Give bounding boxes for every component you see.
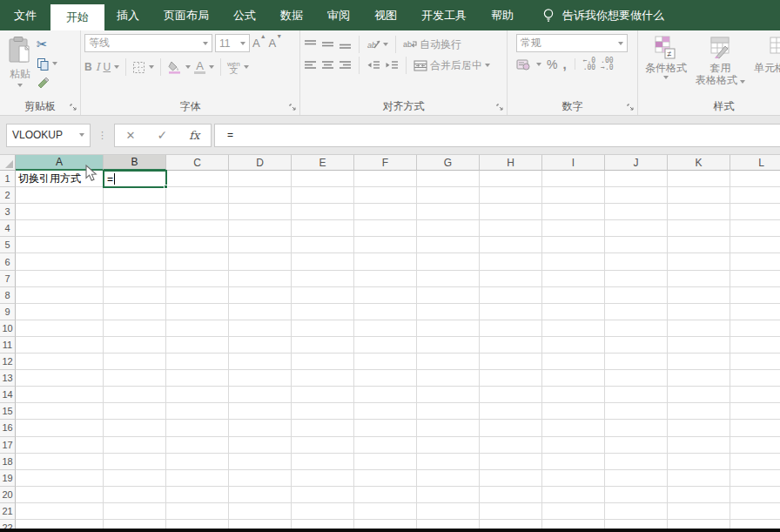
cell-K14[interactable] <box>668 387 730 403</box>
cell-I13[interactable] <box>542 370 605 387</box>
cell-K18[interactable] <box>668 454 730 470</box>
cell-L8[interactable] <box>730 287 780 304</box>
row-header-7[interactable]: 7 <box>0 271 16 287</box>
cell-J8[interactable] <box>605 287 668 304</box>
cell-A9[interactable] <box>16 304 104 320</box>
cell-D3[interactable] <box>229 204 292 220</box>
cell-G19[interactable] <box>417 470 480 487</box>
cell-G4[interactable] <box>417 220 480 237</box>
tab-data[interactable]: 数据 <box>268 0 315 30</box>
cell-L14[interactable] <box>730 387 780 403</box>
decrease-decimal-button[interactable]: .00→.0 <box>601 57 613 71</box>
cell-A14[interactable] <box>16 387 104 403</box>
cell-F9[interactable] <box>354 304 417 320</box>
cell-H8[interactable] <box>480 287 542 304</box>
row-header-22[interactable]: 22 <box>0 520 16 529</box>
cell-F16[interactable] <box>354 420 417 436</box>
tab-file[interactable]: 文件 <box>0 0 50 30</box>
cell-I15[interactable] <box>542 403 605 420</box>
cell-H3[interactable] <box>480 204 542 220</box>
column-header-K[interactable]: K <box>668 155 730 171</box>
row-header-11[interactable]: 11 <box>0 337 16 354</box>
cell-D6[interactable] <box>229 253 292 270</box>
merge-center-button[interactable]: 合并后居中 <box>414 58 490 73</box>
cell-E8[interactable] <box>292 287 354 304</box>
cell-A10[interactable] <box>16 320 104 337</box>
cell-D9[interactable] <box>229 304 292 320</box>
merge-dropdown-icon[interactable] <box>485 64 490 67</box>
cell-F21[interactable] <box>354 503 417 520</box>
column-header-D[interactable]: D <box>229 155 292 171</box>
cell-E19[interactable] <box>292 470 354 487</box>
insert-function-button[interactable]: fx <box>189 129 199 142</box>
cell-C10[interactable] <box>166 320 229 337</box>
cell-L4[interactable] <box>730 220 780 237</box>
formula-input[interactable]: = <box>214 124 780 147</box>
fill-color-button[interactable] <box>167 60 182 74</box>
cell-G14[interactable] <box>417 387 480 403</box>
cell-C14[interactable] <box>166 387 229 403</box>
cell-L18[interactable] <box>730 454 780 470</box>
copy-button[interactable] <box>37 56 57 71</box>
cell-E5[interactable] <box>292 237 354 253</box>
cell-H14[interactable] <box>480 387 542 403</box>
format-as-table-button[interactable]: 套用 表格格式 <box>696 34 745 98</box>
cell-E14[interactable] <box>292 387 354 403</box>
fill-handle[interactable] <box>164 185 168 189</box>
decrease-indent-button[interactable] <box>366 60 380 71</box>
cell-J20[interactable] <box>605 487 668 503</box>
column-header-H[interactable]: H <box>480 155 542 171</box>
row-header-12[interactable]: 12 <box>0 354 16 370</box>
cell-E16[interactable] <box>292 420 354 436</box>
percent-style-button[interactable]: % <box>547 57 557 71</box>
cell-I4[interactable] <box>542 220 605 237</box>
cell-I6[interactable] <box>542 253 605 270</box>
cell-B3[interactable] <box>104 204 166 220</box>
cell-C16[interactable] <box>166 420 229 436</box>
cell-A3[interactable] <box>16 204 104 220</box>
cell-E6[interactable] <box>292 253 354 270</box>
column-header-L[interactable]: L <box>730 155 780 171</box>
cell-J6[interactable] <box>605 253 668 270</box>
row-header-20[interactable]: 20 <box>0 487 16 503</box>
bold-button[interactable]: B <box>84 61 92 73</box>
cell-B12[interactable] <box>104 354 166 370</box>
cell-K8[interactable] <box>668 287 730 304</box>
cell-G7[interactable] <box>417 271 480 287</box>
cell-F14[interactable] <box>354 387 417 403</box>
clipboard-dialog-launcher[interactable] <box>70 104 77 111</box>
accounting-format-button[interactable] <box>516 58 531 71</box>
column-header-J[interactable]: J <box>605 155 668 171</box>
cell-L17[interactable] <box>730 437 780 454</box>
cell-J16[interactable] <box>605 420 668 436</box>
cell-J5[interactable] <box>605 237 668 253</box>
cell-H21[interactable] <box>480 503 542 520</box>
cell-C5[interactable] <box>166 237 229 253</box>
cell-I16[interactable] <box>542 420 605 436</box>
cell-E11[interactable] <box>292 337 354 354</box>
row-header-15[interactable]: 15 <box>0 403 16 420</box>
cell-E12[interactable] <box>292 354 354 370</box>
cell-K21[interactable] <box>668 503 730 520</box>
cell-G2[interactable] <box>417 187 480 204</box>
cell-H10[interactable] <box>480 320 542 337</box>
cell-A20[interactable] <box>16 487 104 503</box>
row-header-6[interactable]: 6 <box>0 253 16 270</box>
cell-L5[interactable] <box>730 237 780 253</box>
tell-me-box[interactable]: 告诉我你想要做什么 <box>541 0 664 30</box>
tab-developer[interactable]: 开发工具 <box>409 0 479 30</box>
cell-H20[interactable] <box>480 487 542 503</box>
borders-button[interactable] <box>132 61 145 74</box>
cell-J12[interactable] <box>605 354 668 370</box>
cell-C18[interactable] <box>166 454 229 470</box>
cell-F12[interactable] <box>354 354 417 370</box>
cell-A8[interactable] <box>16 287 104 304</box>
formula-bar-resize-handle[interactable]: ⋮ <box>98 130 107 141</box>
cell-I11[interactable] <box>542 337 605 354</box>
cell-F18[interactable] <box>354 454 417 470</box>
cell-G16[interactable] <box>417 420 480 436</box>
cell-G8[interactable] <box>417 287 480 304</box>
cancel-button[interactable]: ✕ <box>126 129 136 142</box>
cell-A18[interactable] <box>16 454 104 470</box>
cell-J18[interactable] <box>605 454 668 470</box>
